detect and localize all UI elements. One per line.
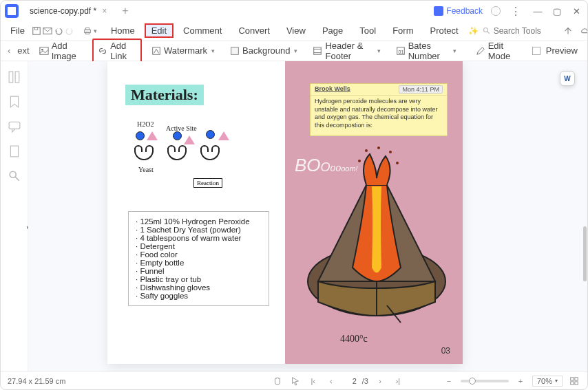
watermark-icon [151, 46, 161, 56]
attachments-icon[interactable] [8, 145, 21, 158]
zoom-slider[interactable] [461, 380, 509, 382]
convert-to-word-icon[interactable]: W [560, 71, 575, 86]
settings-icon[interactable] [491, 6, 501, 16]
zoom-out-icon[interactable]: − [443, 375, 455, 387]
svg-rect-17 [9, 72, 13, 83]
background-icon [230, 46, 240, 56]
svg-point-24 [365, 149, 368, 152]
bookmarks-icon[interactable] [8, 96, 21, 108]
next-page-icon[interactable]: › [374, 375, 386, 387]
tab-home[interactable]: Home [104, 23, 142, 38]
tab-tool[interactable]: Tool [353, 23, 383, 38]
tab-filename: science-copy.pdf * [30, 6, 96, 16]
share-icon[interactable] [561, 24, 575, 38]
tab-view[interactable]: View [280, 23, 313, 38]
header-footer-button[interactable]: Header & Footer [307, 39, 386, 63]
email-icon[interactable] [43, 24, 52, 38]
search-panel-icon[interactable] [8, 170, 21, 182]
svg-rect-4 [85, 28, 89, 30]
zoom-slider-thumb[interactable] [469, 378, 476, 384]
app-logo [5, 4, 19, 18]
edit-mode-button[interactable]: Edit Mode [470, 39, 523, 63]
svg-rect-30 [575, 377, 578, 380]
watermark-button[interactable]: Watermark [146, 43, 220, 58]
tab-page[interactable]: Page [315, 23, 350, 38]
ribbon-scroll-left[interactable]: ‹ [5, 45, 13, 56]
page-left: Materials: H2O2 Active Site Yeast Reacti… [107, 61, 285, 364]
new-tab-button[interactable]: + [118, 5, 132, 17]
select-tool-icon[interactable] [289, 375, 302, 387]
pencil-icon [476, 46, 485, 56]
ribbon-label-truncated: ext [17, 45, 29, 56]
preview-checkbox[interactable] [532, 47, 540, 55]
search-input[interactable] [494, 26, 556, 36]
link-icon [98, 46, 107, 56]
materials-heading: Materials: [125, 85, 204, 105]
image-icon [39, 46, 49, 56]
page-total: /3 [362, 377, 368, 385]
print-icon[interactable] [83, 24, 92, 38]
maximize-button[interactable]: ▢ [550, 4, 564, 18]
scrollbar-thumb[interactable] [583, 226, 587, 281]
tab-edit[interactable]: Edit [145, 23, 174, 38]
svg-rect-11 [231, 47, 239, 54]
bates-number-button[interactable]: 01 Bates Number [390, 39, 462, 63]
feedback-icon [434, 6, 443, 16]
background-button[interactable]: Background [224, 43, 303, 58]
first-page-icon[interactable]: |‹ [307, 375, 319, 387]
note-body: Hydrogen peroxide molecules are very uns… [311, 96, 447, 136]
redo-icon[interactable] [65, 24, 74, 38]
svg-point-21 [10, 171, 16, 177]
fit-page-icon[interactable] [568, 375, 580, 387]
volcano-illustration [297, 144, 456, 336]
temperature-label: 4400°c [340, 334, 368, 345]
last-page-icon[interactable]: ›| [392, 375, 404, 387]
feedback-button[interactable]: Feedback [434, 6, 483, 16]
svg-text:01: 01 [398, 49, 403, 54]
svg-point-26 [389, 151, 392, 153]
svg-rect-19 [9, 122, 20, 129]
tab-protect[interactable]: Protect [423, 23, 465, 38]
sticky-note[interactable]: Brook Wells Mon 4:11 PM Hydrogen peroxid… [310, 83, 448, 136]
close-button[interactable]: ✕ [569, 4, 583, 18]
file-menu[interactable]: File [5, 25, 30, 36]
tab-comment[interactable]: Comment [176, 23, 229, 38]
prev-page-icon[interactable]: ‹ [325, 375, 337, 387]
svg-rect-18 [15, 72, 19, 83]
svg-rect-20 [10, 146, 18, 157]
svg-point-8 [41, 48, 43, 50]
preview-toggle[interactable]: Preview [527, 43, 583, 58]
undo-icon[interactable] [54, 24, 63, 38]
zoom-dropdown[interactable]: 70%▾ [532, 376, 563, 387]
add-link-button[interactable]: Add Link [92, 39, 142, 63]
svg-rect-29 [571, 377, 574, 380]
add-image-button[interactable]: Add Image [34, 39, 88, 63]
cloud-icon[interactable] [578, 24, 588, 38]
minimize-button[interactable]: — [531, 4, 545, 18]
svg-rect-9 [153, 47, 160, 54]
hand-tool-icon[interactable] [271, 375, 284, 387]
zoom-in-icon[interactable]: + [514, 375, 527, 387]
thumbnails-icon[interactable] [8, 71, 21, 83]
tab-form[interactable]: Form [386, 23, 420, 38]
document-tab[interactable]: science-copy.pdf * × [23, 3, 114, 19]
materials-list: 125ml 10% Hydrogen Peroxide 1 Sachet Dry… [128, 211, 269, 306]
vertical-scrollbar[interactable] [582, 130, 587, 344]
save-icon[interactable] [32, 24, 41, 38]
search-tools[interactable] [483, 26, 556, 36]
reaction-label: Reaction [193, 178, 222, 188]
svg-point-27 [396, 162, 399, 164]
comments-icon[interactable] [8, 120, 21, 133]
svg-rect-32 [575, 381, 578, 384]
more-icon[interactable]: ⋮ [509, 4, 523, 18]
print-dropdown[interactable]: ▾ [94, 28, 97, 34]
ai-button[interactable]: ✨ [468, 26, 479, 36]
tab-close-icon[interactable]: × [102, 6, 107, 16]
svg-rect-31 [571, 381, 574, 384]
search-icon [483, 27, 491, 35]
note-timestamp: Mon 4:11 PM [399, 85, 443, 94]
svg-rect-0 [33, 27, 41, 34]
tab-convert[interactable]: Convert [231, 23, 277, 38]
note-author: Brook Wells [315, 85, 350, 94]
page-number-input[interactable] [343, 377, 357, 385]
